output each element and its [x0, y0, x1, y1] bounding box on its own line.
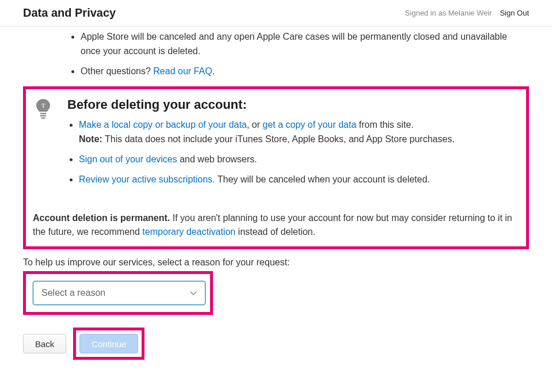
back-button[interactable]: Back — [23, 334, 66, 353]
list-item: Review your active subscriptions. They w… — [79, 173, 455, 187]
faq-suffix: . — [212, 66, 215, 76]
getcopy-link[interactable]: get a copy of your data — [262, 120, 356, 130]
help-text: To help us improve our services, select … — [23, 257, 529, 268]
header: Data and Privacy Signed in as Melanie We… — [0, 0, 552, 26]
svg-rect-0 — [40, 113, 46, 114]
svg-rect-2 — [41, 117, 45, 119]
reason-select[interactable]: Select a reason — [33, 281, 205, 305]
list-item: Apple Store will be canceled and any ope… — [81, 30, 529, 59]
continue-button[interactable]: Continue — [79, 334, 138, 353]
signout-devices-link[interactable]: Sign out of your devices — [79, 154, 177, 164]
sign-out-link[interactable]: Sign Out — [500, 9, 529, 17]
select-placeholder: Select a reason — [41, 288, 105, 298]
txt: from this site. — [356, 120, 414, 130]
permanent-strong: Account deletion is permanent. — [33, 213, 170, 223]
svg-rect-1 — [40, 115, 46, 116]
txt: instead of deletion. — [235, 227, 315, 237]
lightbulb-icon: T — [36, 98, 51, 120]
highlight-before-deleting: T Before deleting your account: Make a l… — [23, 86, 529, 249]
txt: They will be canceled when your account … — [215, 174, 430, 184]
highlight-select-reason: Select a reason — [23, 271, 213, 315]
list-item: Make a local copy or backup of your data… — [79, 118, 455, 147]
list-item: Other questions? Read our FAQ. — [81, 64, 529, 79]
note-text: This data does not include your iTunes S… — [102, 134, 455, 144]
buttons-row: Back Continue — [23, 328, 529, 360]
txt: and web browsers. — [177, 154, 257, 164]
before-heading: Before deleting your account: — [67, 97, 455, 112]
note-label: Note: — [79, 134, 102, 144]
before-section: T Before deleting your account: Make a l… — [32, 97, 520, 192]
highlight-continue: Continue — [73, 328, 144, 360]
review-subs-link[interactable]: Review your active subscriptions. — [79, 174, 215, 184]
txt: , or — [247, 120, 263, 130]
page-title: Data and Privacy — [23, 6, 116, 20]
faq-prefix: Other questions? — [81, 66, 153, 76]
before-body: Before deleting your account: Make a loc… — [67, 97, 455, 192]
svg-text:T: T — [41, 102, 45, 109]
chevron-down-icon — [190, 289, 197, 298]
signed-in-name: Melanie Weir — [448, 9, 492, 17]
signed-in-prefix: Signed in as — [405, 9, 448, 17]
intro-text-partial: Apple Store will be canceled and any ope… — [81, 32, 507, 56]
permanent-paragraph: Account deletion is permanent. If you ar… — [32, 211, 520, 241]
tip-icon: T — [32, 97, 55, 123]
backup-link[interactable]: Make a local copy or backup of your data — [79, 120, 247, 130]
intro-list: Apple Store will be canceled and any ope… — [23, 30, 529, 78]
header-right: Signed in as Melanie Weir Sign Out — [405, 9, 529, 17]
signed-in-label: Signed in as Melanie Weir — [405, 9, 492, 17]
main-content: Apple Store will be canceled and any ope… — [0, 30, 552, 377]
before-list: Make a local copy or backup of your data… — [67, 118, 455, 187]
list-item: Sign out of your devices and web browser… — [79, 153, 455, 167]
temporary-deactivation-link[interactable]: temporary deactivation — [142, 227, 235, 237]
faq-link[interactable]: Read our FAQ — [153, 66, 212, 76]
